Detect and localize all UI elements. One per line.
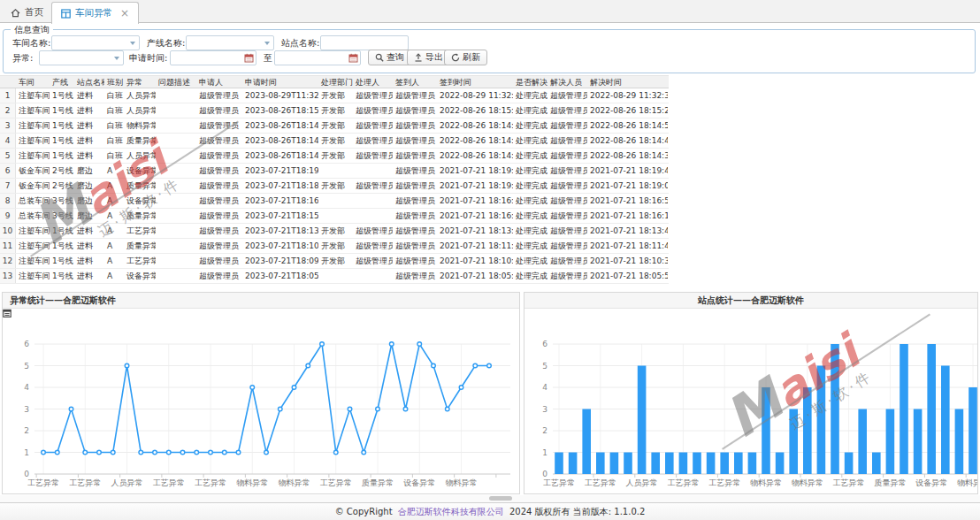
- table-row[interactable]: 10注塑车间1号线进料A工艺异常超级管理员2023-07-21T18:13:09…: [0, 224, 669, 239]
- table-row[interactable]: 5注塑车间1号线进料白班人员异常超级管理员2023-08-26T18:14:19…: [0, 149, 669, 164]
- y-axis-label: 0: [542, 470, 547, 478]
- scrollbar-thumb[interactable]: [489, 496, 512, 501]
- table-body: 1注塑车间1号线进料白班人员异常超级管理员2023-08-29T11:32:26…: [0, 88, 669, 284]
- column-header[interactable]: 签到时间: [437, 76, 513, 88]
- column-header[interactable]: 产线: [50, 76, 74, 88]
- apply-time-from-input[interactable]: [170, 50, 256, 65]
- table-cell: 超级管理员: [393, 194, 437, 208]
- table-row[interactable]: 1注塑车间1号线进料白班人员异常超级管理员2023-08-29T11:32:26…: [0, 88, 669, 103]
- footer-company-link[interactable]: 合肥迈斯软件科技有限公司: [398, 507, 504, 516]
- table-row[interactable]: 11注塑车间1号线进料A质量异常超级管理员2023-07-21T18:10:43…: [0, 239, 669, 254]
- table-row[interactable]: 6钣金车间2号线磨边A设备异常超级管理员2023-07-21T18:19:11超…: [0, 164, 669, 179]
- line-name-select[interactable]: [186, 35, 274, 50]
- table-cell: 超级管理员: [393, 88, 437, 103]
- table-cell: 磨边: [74, 194, 104, 208]
- query-panel: 信息查询 车间名称: 产线名称: 站点名称: 异常: 申请时间: 至 查询 导出…: [3, 29, 976, 73]
- grid-icon: [61, 9, 71, 19]
- table-row[interactable]: 2注塑车间1号线进料白班人员异常超级管理员2023-08-26T18:15:16…: [0, 103, 669, 119]
- table-cell: 1号线: [50, 88, 74, 103]
- x-axis-label: 工艺异常: [27, 478, 59, 487]
- column-header[interactable]: 车间: [16, 76, 50, 88]
- table-cell: 人员异常: [124, 149, 156, 163]
- table-cell: [156, 209, 196, 223]
- column-header[interactable]: 班别: [104, 76, 124, 88]
- table-cell: 超级管理员: [353, 103, 393, 118]
- bar: [665, 453, 674, 475]
- column-header[interactable]: 解决时间: [587, 76, 668, 88]
- table-cell: 设备异常: [124, 164, 156, 178]
- bar: [941, 366, 950, 475]
- column-header[interactable]: 申请时间: [242, 76, 318, 88]
- table-cell: [156, 164, 196, 178]
- bar: [734, 453, 743, 475]
- table-cell: 超级管理员: [353, 88, 393, 103]
- table-cell: A: [104, 194, 124, 208]
- refresh-button[interactable]: 刷新: [444, 50, 487, 65]
- home-icon: [11, 8, 20, 18]
- table-cell: 2022-08-26 18:15:27: [437, 103, 513, 118]
- abnormal-select[interactable]: [39, 50, 124, 65]
- table-cell: 1号线: [50, 103, 74, 118]
- x-axis-label: 设备异常: [403, 478, 435, 487]
- table-cell: 超级管理员: [196, 209, 242, 223]
- table-cell: 2023-08-26T18:14:19: [242, 149, 318, 163]
- abnormal-stats-header: 异常统计——合肥迈斯软件: [3, 293, 519, 309]
- bar: [831, 344, 839, 474]
- table-cell: 总装车间: [16, 194, 50, 208]
- row-number: 12: [0, 254, 16, 268]
- apply-time-to-input[interactable]: [274, 50, 361, 65]
- table-cell: 磨边: [74, 179, 104, 193]
- table-cell: 处理完成: [513, 254, 547, 268]
- station-stats-panel: 站点统计——合肥迈斯软件 0123456工艺异常工艺异常人员异常工艺异常工艺异常…: [524, 292, 978, 494]
- table-row[interactable]: 8总装车间3号线磨边A设备异常超级管理员2023-07-21T18:16:22超…: [0, 194, 669, 209]
- column-header[interactable]: 申请人: [196, 76, 242, 88]
- column-header[interactable]: 异常: [124, 76, 156, 88]
- table-cell: 超级管理员: [547, 119, 587, 133]
- table-cell: 2021-07-21 18:19:07: [587, 179, 668, 193]
- workshop-name-select[interactable]: [51, 35, 140, 50]
- row-number: 9: [0, 209, 16, 223]
- bar: [679, 453, 688, 475]
- table-row[interactable]: 12注塑车间1号线进料A工艺异常超级管理员2023-07-21T18:09:54…: [0, 254, 669, 269]
- data-point: [333, 450, 338, 455]
- calendar-icon[interactable]: [348, 53, 358, 63]
- data-point: [278, 407, 282, 411]
- calendar-icon[interactable]: [244, 53, 254, 63]
- chevron-down-icon: [264, 42, 270, 45]
- tab-close-icon[interactable]: ×: [120, 9, 129, 18]
- column-header[interactable]: 站点名称: [74, 76, 104, 88]
- table-cell: 2号线: [50, 179, 74, 193]
- table-row[interactable]: 7钣金车间2号线磨边A质量异常超级管理员2023-07-21T18:18:37开…: [0, 179, 669, 194]
- table-cell: 2023-08-26T18:15:16: [242, 103, 318, 118]
- refresh-icon: [451, 53, 460, 62]
- table-row[interactable]: 13注塑车间1号线进料A设备异常超级管理员2023-07-21T18:05:20…: [0, 269, 669, 284]
- table-cell: 超级管理员: [547, 269, 587, 283]
- search-icon: [375, 53, 384, 62]
- table-cell: 进料: [74, 269, 104, 283]
- table-row[interactable]: 4注塑车间1号线进料白班质量异常超级管理员2023-08-26T18:14:37…: [0, 134, 669, 149]
- column-header[interactable]: 解决人员: [547, 76, 587, 88]
- table-cell: [353, 269, 393, 283]
- footer-suffix: 2024 版权所有 当前版本: 1.1.0.2: [509, 507, 645, 516]
- tab-home[interactable]: 首页: [2, 2, 52, 23]
- column-header[interactable]: 签到人: [393, 76, 437, 88]
- table-row[interactable]: 3注塑车间1号线进料白班物料异常超级管理员2023-08-26T18:14:48…: [0, 119, 669, 134]
- table-cell: 开发部: [318, 179, 353, 193]
- search-button[interactable]: 查询: [368, 50, 411, 65]
- data-point: [320, 342, 325, 347]
- bar: [555, 453, 563, 475]
- table-cell: 质量异常: [124, 134, 156, 148]
- x-axis-label: 人员异常: [111, 478, 143, 487]
- column-header[interactable]: 处理部门: [318, 76, 353, 88]
- table-cell: 超级管理员: [353, 119, 393, 133]
- table-cell: 超级管理员: [393, 119, 437, 133]
- column-header[interactable]: 处理人: [353, 76, 393, 88]
- table-cell: 超级管理员: [196, 103, 242, 118]
- station-name-input[interactable]: [320, 35, 409, 50]
- table-cell: 磨边: [74, 209, 104, 223]
- column-header[interactable]: 是否解决: [513, 76, 547, 88]
- table-cell: [156, 119, 196, 133]
- column-header[interactable]: 问题描述: [156, 76, 196, 88]
- table-row[interactable]: 9总装车间3号线磨边A质量异常超级管理员2023-07-21T18:15:46超…: [0, 209, 669, 224]
- tab-workshop-abnormal[interactable]: 车间异常 ×: [51, 2, 139, 24]
